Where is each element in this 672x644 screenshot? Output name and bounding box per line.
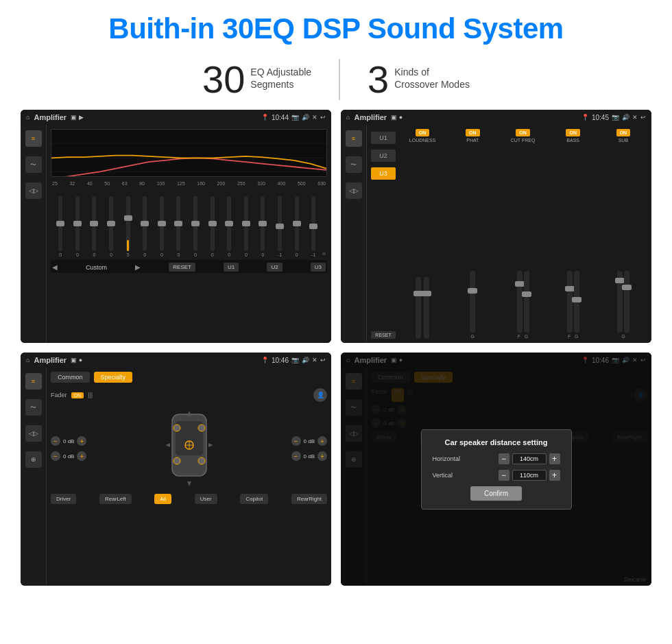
title-section: Buith-in 30EQ DSP Sound System <box>108 0 563 52</box>
amplifier-label-3: Amplifier <box>34 356 67 364</box>
bass-on[interactable]: ON <box>566 129 580 136</box>
camera-icon-2: 📷 <box>612 114 619 121</box>
eq-slider-4[interactable]: 5 <box>119 196 136 257</box>
media-icon-1: ▣ ▶ <box>71 114 84 121</box>
right-rear-plus[interactable]: + <box>317 451 327 461</box>
vol-icon-3[interactable]: ◁▷ <box>25 425 42 442</box>
vertical-minus[interactable]: − <box>499 470 509 481</box>
eq-icon-2[interactable]: ≡ <box>346 130 362 147</box>
wave-icon-3[interactable]: 〜 <box>25 399 42 416</box>
user-profile-icon[interactable]: 👤 <box>313 388 327 402</box>
loudness-section: ON LOUDNESS <box>398 129 446 339</box>
eq-slider-7[interactable]: 0 <box>170 196 187 257</box>
loudness-on[interactable]: ON <box>416 129 430 136</box>
u2-btn-1[interactable]: U2 <box>267 263 282 272</box>
right-front-minus[interactable]: − <box>291 436 301 446</box>
eq-slider-8[interactable]: 0 <box>187 196 204 257</box>
eq-slider-3[interactable]: 0 <box>103 196 120 257</box>
eq-slider-12[interactable]: 0 <box>254 196 272 257</box>
wave-icon-2[interactable]: 〜 <box>346 156 362 173</box>
eq-slider-9[interactable]: 0 <box>204 196 221 257</box>
eq-slider-0[interactable]: 0 <box>52 196 69 257</box>
svg-point-9 <box>198 457 205 464</box>
screen-content-1: ≡ 〜 ◁▷ <box>21 125 331 343</box>
wave-icon[interactable]: 〜 <box>25 156 42 173</box>
home-icon-3: ⌂ <box>26 357 29 363</box>
screen-eq-main: ⌂ Amplifier ▣ ▶ 📍 10:44 📷 🔊 ✕ ↩ ≡ 〜 <box>21 110 331 343</box>
eq-slider-15[interactable]: -1 <box>305 196 322 257</box>
scroll-arrow: » <box>322 250 326 257</box>
phat-on[interactable]: ON <box>466 129 480 136</box>
loudness-track2[interactable] <box>424 277 429 339</box>
time-2: 10:45 <box>592 114 609 121</box>
time-3: 10:46 <box>272 357 289 364</box>
vol-icon[interactable]: ◁▷ <box>25 182 42 199</box>
reset-btn-2[interactable]: RESET <box>371 331 396 339</box>
right-front-plus[interactable]: + <box>317 436 327 446</box>
u3-preset[interactable]: U3 <box>371 167 396 180</box>
common-tab[interactable]: Common <box>51 372 90 383</box>
specialty-tab[interactable]: Specialty <box>94 372 133 383</box>
eq-icon-3[interactable]: ≡ <box>25 373 42 390</box>
stat-divider <box>339 59 340 100</box>
reset-btn-1[interactable]: RESET <box>169 263 195 272</box>
user-btn[interactable]: User <box>195 494 217 504</box>
left-rear-minus[interactable]: − <box>51 451 60 461</box>
fader-on[interactable]: ON <box>71 392 84 398</box>
left-front-plus[interactable]: + <box>77 436 86 446</box>
loudness-track[interactable] <box>416 277 421 339</box>
rearleft-btn[interactable]: RearLeft <box>99 494 132 504</box>
u2-preset[interactable]: U2 <box>371 150 396 162</box>
horizontal-minus[interactable]: − <box>499 453 509 464</box>
screen-content-3: ≡ 〜 ◁▷ ⊕ Common Specialty Fader ON || <box>21 368 331 586</box>
cutfreq-on[interactable]: ON <box>516 129 530 136</box>
horizontal-control: − 140cm + <box>499 453 560 464</box>
phat-slider <box>470 145 475 333</box>
bt-icon-3[interactable]: ⊕ <box>25 451 42 468</box>
vertical-control: − 110cm + <box>499 470 560 481</box>
rearright-btn[interactable]: RearRight <box>291 494 327 504</box>
u1-btn-1[interactable]: U1 <box>224 263 239 272</box>
all-btn[interactable]: All <box>154 494 171 504</box>
right-front-db: − 0 dB + <box>291 436 327 446</box>
horizontal-plus[interactable]: + <box>549 453 560 464</box>
side-panel-2: ≡ 〜 ◁▷ <box>341 125 367 343</box>
eq-slider-14[interactable]: 0 <box>288 196 305 257</box>
eq-slider-5[interactable]: 0 <box>136 196 154 257</box>
dialog-overlay: Car speaker distance setting Horizontal … <box>341 353 651 586</box>
home-icon-2: ⌂ <box>346 114 350 121</box>
eq-slider-11[interactable]: 0 <box>238 196 255 257</box>
crossover-number: 3 <box>368 60 389 99</box>
eq-main-content: 25 32 40 50 63 80 100 125 160 200 250 32… <box>47 125 331 343</box>
svg-marker-16 <box>208 443 213 447</box>
eq-slider-1[interactable]: 0 <box>69 196 86 257</box>
stats-section: 30 EQ Adjustable Segments 3 Kinds of Cro… <box>202 52 470 110</box>
right-rear-minus[interactable]: − <box>291 451 301 461</box>
status-bar-1: ⌂ Amplifier ▣ ▶ 📍 10:44 📷 🔊 ✕ ↩ <box>21 110 331 125</box>
camera-icon-1: 📷 <box>291 114 299 121</box>
eq-slider-10[interactable]: 0 <box>221 196 238 257</box>
user-icon-3: 👤 <box>313 388 327 402</box>
eq-slider-2[interactable]: 0 <box>86 196 103 257</box>
u1-preset[interactable]: U1 <box>371 132 396 144</box>
eq-slider-6[interactable]: 0 <box>154 196 171 257</box>
loudness-label: LOUDNESS <box>409 138 436 143</box>
vertical-plus[interactable]: + <box>549 470 560 481</box>
eq-icon[interactable]: ≡ <box>25 130 42 147</box>
sub-on[interactable]: ON <box>616 129 631 136</box>
vol-icon-2[interactable]: ◁▷ <box>346 182 362 199</box>
car-diagram <box>91 407 287 490</box>
eq-stat: 30 EQ Adjustable Segments <box>202 60 311 99</box>
confirm-button[interactable]: Confirm <box>470 486 522 501</box>
prev-arrow[interactable]: ◀ <box>52 263 58 271</box>
svg-marker-13 <box>187 411 191 416</box>
eq-slider-13[interactable]: -1 <box>272 196 289 257</box>
copilot-btn[interactable]: Copilot <box>240 494 268 504</box>
driver-btn[interactable]: Driver <box>51 494 76 504</box>
u3-btn-1[interactable]: U3 <box>311 263 326 272</box>
media-icon-3: ▣ ● <box>71 357 82 363</box>
next-arrow[interactable]: ▶ <box>135 263 141 271</box>
left-rear-plus[interactable]: + <box>77 451 86 461</box>
fader-row: Fader ON ||| 👤 <box>51 388 327 402</box>
left-front-minus[interactable]: − <box>51 436 60 446</box>
